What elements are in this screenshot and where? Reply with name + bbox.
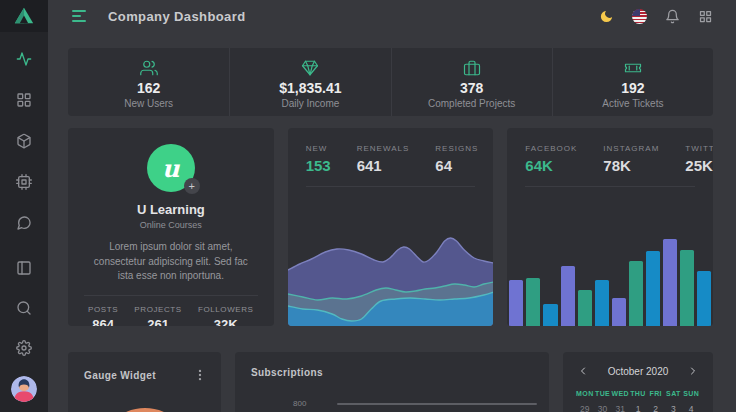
- calendar-day-29[interactable]: 29: [576, 404, 594, 412]
- stat-value: 192: [621, 80, 644, 96]
- sidebar-item-chat[interactable]: [12, 211, 36, 235]
- diamond-icon: [301, 59, 319, 77]
- metric-value: 25K: [685, 157, 713, 174]
- ticket-icon: [624, 59, 642, 77]
- calendar-day-1[interactable]: 1: [629, 404, 647, 412]
- stat-label: POSTS: [88, 305, 118, 314]
- bar-8: [629, 261, 643, 326]
- social-chart-card: FACEBOOK64KINSTAGRAM78KTWITTER25K: [507, 128, 713, 326]
- metric-value: 641: [357, 157, 410, 174]
- metric-label: INSTAGRAM: [603, 144, 659, 153]
- metric-label: NEW: [306, 144, 331, 153]
- stat-new-users: 162New Users: [68, 48, 229, 116]
- calendar-day-2[interactable]: 2: [647, 404, 665, 412]
- chevron-right-icon: [687, 365, 699, 377]
- header-actions: [597, 7, 714, 25]
- triangle-logo-icon: [13, 5, 35, 27]
- widgets-row: u + U Learning Online Courses Lorem ipsu…: [68, 128, 713, 326]
- calendar-day-31[interactable]: 31: [611, 404, 629, 412]
- kebab-menu-button[interactable]: [193, 367, 207, 383]
- chat-icon: [16, 215, 32, 231]
- profile-stat-projects: PROJECTS261: [134, 305, 181, 327]
- users-icon: [140, 59, 158, 77]
- us-flag-icon[interactable]: [630, 7, 648, 25]
- notifications-icon[interactable]: [663, 7, 681, 25]
- apps-icon: [698, 9, 713, 24]
- stat-value: 32K: [198, 317, 254, 327]
- stat-label: Daily Income: [281, 98, 339, 109]
- sidebar-nav-top: [12, 32, 36, 235]
- user-avatar[interactable]: [11, 376, 37, 402]
- metric-renewals: RENEWALS641: [357, 144, 410, 174]
- memberships-stats: NEW153RENEWALS641RESIGNS64: [288, 128, 494, 174]
- calendar-day-4[interactable]: 4: [682, 404, 700, 412]
- sidebar-item-box[interactable]: [12, 129, 36, 153]
- metric-resigns: RESIGNS64: [435, 144, 478, 174]
- sidebar-item-gear[interactable]: [12, 336, 36, 360]
- sidebar: [0, 0, 48, 412]
- weekday-thu: THU: [629, 390, 647, 397]
- products-icon: [16, 133, 32, 149]
- y-axis-tick-label: 800: [293, 399, 306, 408]
- briefcase-icon: [463, 59, 481, 77]
- diamond-icon: [301, 59, 319, 77]
- metric-value: 78K: [603, 157, 659, 174]
- weekday-fri: FRI: [647, 390, 665, 397]
- social-stats: FACEBOOK64KINSTAGRAM78KTWITTER25K: [507, 128, 713, 174]
- bar-6: [595, 280, 609, 326]
- settings-icon: [16, 340, 32, 356]
- memberships-area-chart: [288, 226, 494, 326]
- sidebar-item-grid[interactable]: [12, 88, 36, 112]
- divider: [306, 186, 476, 187]
- subscriptions-card: Subscriptions 800: [235, 352, 549, 412]
- sidebar-item-cpu[interactable]: [12, 170, 36, 194]
- calendar-day-30[interactable]: 30: [594, 404, 612, 412]
- briefcase-icon: [463, 59, 481, 77]
- stat-label: Active Tickets: [602, 98, 663, 109]
- bar-7: [612, 298, 626, 326]
- calendar-weekday-row: MONTUEWEDTHUFRISATSUN: [576, 390, 700, 397]
- sidebar-item-activity[interactable]: [12, 47, 36, 71]
- gridline: [337, 403, 537, 405]
- add-follow-button[interactable]: +: [184, 178, 200, 194]
- metric-label: RESIGNS: [435, 144, 478, 153]
- stat-label: Completed Projects: [428, 98, 515, 109]
- stat-value: $1,835.41: [279, 80, 341, 96]
- calendar-next-button[interactable]: [686, 364, 700, 378]
- search-icon: [16, 300, 32, 316]
- profile-card: u + U Learning Online Courses Lorem ipsu…: [68, 128, 274, 326]
- stat-label: FOLLOWERS: [198, 305, 254, 314]
- calendar-day-3[interactable]: 3: [665, 404, 683, 412]
- menu-toggle-button[interactable]: [72, 10, 88, 22]
- apps-icon[interactable]: [696, 7, 714, 25]
- memberships-chart-card: NEW153RENEWALS641RESIGNS64: [288, 128, 494, 326]
- bar-9: [646, 251, 660, 326]
- stat-value: 378: [460, 80, 483, 96]
- stat-active-tickets: 192Active Tickets: [552, 48, 713, 116]
- calendar-prev-button[interactable]: [576, 364, 590, 378]
- ticket-icon: [624, 59, 642, 77]
- sidebar-item-search[interactable]: [12, 296, 36, 320]
- moon-icon[interactable]: [597, 7, 615, 25]
- sidebar-nav-bottom: [11, 241, 37, 412]
- profile-name: U Learning: [68, 202, 274, 217]
- notifications-icon: [665, 9, 680, 24]
- metric-instagram: INSTAGRAM78K: [603, 144, 659, 174]
- stat-value: 162: [137, 80, 160, 96]
- gauge-arc: [97, 408, 193, 412]
- weekday-sun: SUN: [682, 390, 700, 397]
- app-logo[interactable]: [0, 0, 48, 32]
- activity-icon: [16, 51, 32, 67]
- profile-bio: Lorem ipsum dolor sit amet, consectetur …: [88, 240, 254, 284]
- bar-1: [509, 280, 523, 326]
- calendar-month-title: October 2020: [608, 366, 669, 377]
- users-icon: [140, 59, 158, 77]
- metric-value: 64K: [525, 157, 577, 174]
- bar-4: [561, 266, 575, 326]
- profile-stats: POSTS864PROJECTS261FOLLOWERS32K: [68, 296, 274, 327]
- weekday-sat: SAT: [665, 390, 683, 397]
- metric-twitter: TWITTER25K: [685, 144, 713, 174]
- calendar-dates-row: 2930311234: [576, 404, 700, 412]
- sidebar-item-layout[interactable]: [12, 256, 36, 280]
- bar-12: [697, 271, 711, 326]
